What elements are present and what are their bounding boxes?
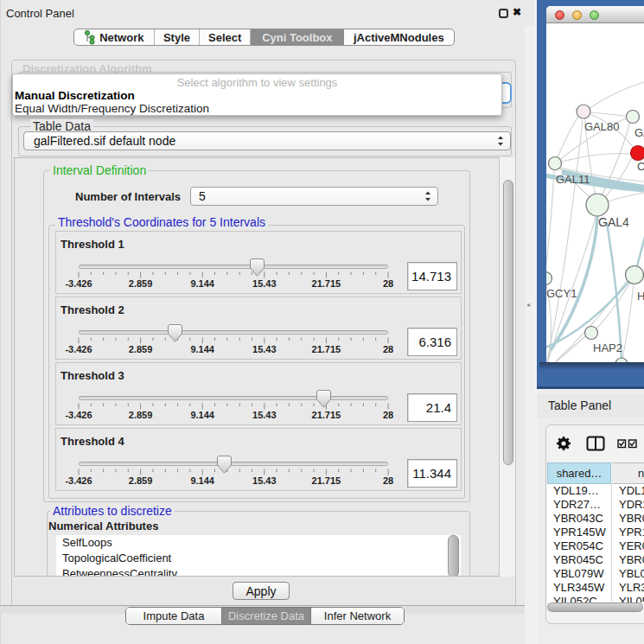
svg-text:GA: GA — [634, 126, 644, 139]
svg-text:HAP2: HAP2 — [593, 341, 622, 354]
svg-text:GAL4: GAL4 — [598, 215, 629, 229]
svg-text:H: H — [637, 290, 644, 303]
svg-text:GAL11: GAL11 — [556, 173, 590, 186]
svg-text:GCY1: GCY1 — [546, 287, 577, 300]
svg-text:C: C — [637, 160, 644, 173]
svg-text:GAL80: GAL80 — [584, 120, 619, 133]
